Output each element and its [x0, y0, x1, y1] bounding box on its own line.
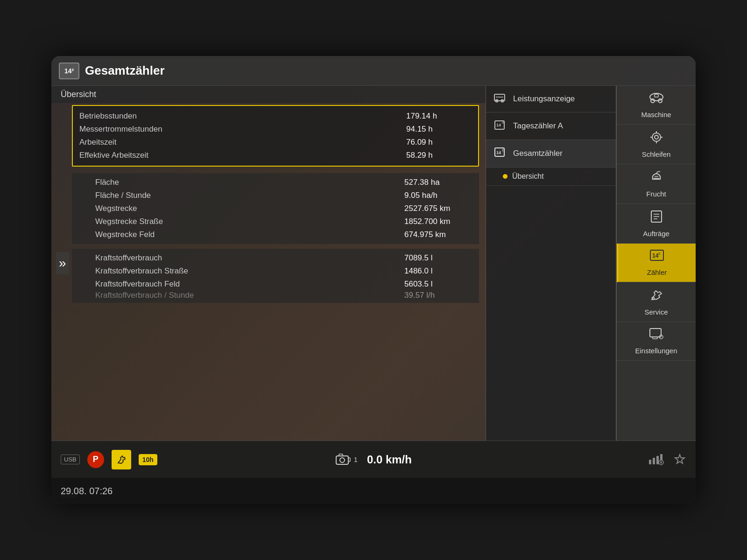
main-layout: Übersicht » Betriebsstunden 179.14 h Mes… [51, 86, 696, 441]
value-kraftstoff-feld: 5603.5 l [404, 280, 470, 289]
label-arbeitszeit: Arbeitszeit [79, 138, 116, 147]
value-arbeitszeit: 76.09 h [406, 138, 472, 147]
section-flache: Fläche 527.38 ha Fläche / Stunde 9.05 ha… [72, 173, 479, 244]
tool-indicator [112, 450, 131, 469]
screen-container: 14² Gesamtzähler Übersicht » Betriebsstu… [51, 56, 696, 504]
label-betriebsstunden: Betriebsstunden [79, 112, 137, 121]
sidebar-item-zahler[interactable]: 14 Σ Zähler [617, 244, 696, 282]
maschine-icon [648, 91, 665, 108]
zahler-icon: 14 Σ [649, 249, 664, 266]
sidebar-item-frucht[interactable]: Frucht [617, 164, 696, 204]
table-row: Fläche 527.38 ha [95, 176, 470, 189]
gesamtzahler-label: Gesamtzähler [513, 149, 563, 158]
value-wegstrecke-strasse: 1852.700 km [404, 217, 470, 226]
svg-point-29 [652, 297, 654, 300]
time-label: 10h [142, 456, 154, 463]
usb-badge: USB [61, 455, 80, 464]
sidebar-item-service[interactable]: Service [617, 282, 696, 322]
middle-sub-ubersicht[interactable]: Übersicht [486, 168, 616, 186]
value-flache-stunde: 9.05 ha/h [404, 191, 470, 200]
active-indicator [503, 174, 507, 179]
table-row: Fläche / Stunde 9.05 ha/h [95, 189, 470, 202]
svg-rect-36 [348, 458, 350, 462]
frucht-label: Frucht [646, 190, 666, 198]
sidebar-item-einstellungen[interactable]: Einstellungen [617, 322, 696, 361]
svg-point-35 [340, 458, 345, 462]
svg-text:Σ: Σ [502, 148, 504, 152]
header-bar: 14² Gesamtzähler [51, 56, 696, 86]
svg-text:14: 14 [496, 150, 501, 155]
gesamtzahler-icon: 14 Σ [493, 147, 507, 161]
status-right [478, 453, 686, 466]
camera-counter: 1 [354, 456, 358, 463]
auftrage-icon [650, 210, 663, 227]
right-sidebar: Maschine Schleifen [616, 86, 696, 441]
status-left: USB P 10h [61, 450, 269, 469]
value-kraftstoff: 7089.5 l [404, 253, 470, 263]
table-row: Kraftstoffverbrauch / Stunde 39.57 l/h [95, 291, 470, 300]
status-bar: USB P 10h [51, 441, 696, 478]
time-indicator: 10h [139, 454, 157, 465]
maschine-label: Maschine [641, 111, 671, 119]
label-wegstrecke-strasse: Wegstrecke Straße [95, 217, 163, 226]
label-messertrommelstunden: Messertrommelstunden [79, 125, 162, 134]
value-kraftstoff-strasse: 1486.0 l [404, 266, 470, 276]
value-messertrommelstunden: 94.15 h [406, 125, 472, 134]
svg-rect-39 [653, 458, 655, 464]
table-row: Wegstrecke Straße 1852.700 km [95, 215, 470, 228]
label-kraftstoff-feld: Kraftstoffverbrauch Feld [95, 280, 180, 289]
frucht-icon [649, 170, 664, 187]
value-effektive-arbeitszeit: 58.29 h [406, 151, 472, 160]
tageszahler-label: Tageszähler A [513, 121, 563, 131]
svg-rect-31 [653, 337, 657, 339]
nav-back-button[interactable]: » [56, 252, 69, 274]
table-row: Effektive Arbeitszeit 58.29 h [79, 149, 472, 162]
table-row: Kraftstoffverbrauch 7089.5 l [95, 252, 470, 265]
camera-icon [335, 453, 351, 466]
value-wegstrecke-feld: 674.975 km [404, 230, 470, 239]
parking-label: P [93, 455, 99, 464]
page-title: Gesamtzähler [85, 63, 688, 78]
section-kraftstoff: Kraftstoffverbrauch 7089.5 l Kraftstoffv… [72, 249, 479, 303]
label-wegstrecke: Wegstrecke [95, 204, 137, 213]
tageszahler-icon: 14 A [493, 119, 507, 133]
screen-content: 14² Gesamtzähler Übersicht » Betriebsstu… [51, 56, 696, 504]
label-flache-stunde: Fläche / Stunde [95, 191, 151, 200]
table-row: Wegstrecke Feld 674.975 km [95, 228, 470, 241]
left-panel: Übersicht » Betriebsstunden 179.14 h Mes… [51, 86, 486, 441]
schleifen-icon [649, 130, 664, 147]
label-wegstrecke-feld: Wegstrecke Feld [95, 230, 155, 239]
bottom-bar: 29.08. 07:26 [51, 478, 696, 504]
zahler-label: Zähler [647, 268, 667, 276]
auftrage-label: Aufträge [643, 230, 669, 238]
label-kraftstoff-strasse: Kraftstoffverbrauch Straße [95, 266, 188, 276]
usb-label: USB [64, 456, 77, 463]
header-icon: 14² [59, 63, 79, 79]
svg-text:14: 14 [652, 252, 659, 259]
svg-rect-40 [656, 456, 659, 464]
table-row: Kraftstoffverbrauch Feld 5603.5 l [95, 278, 470, 291]
parking-indicator: P [87, 451, 104, 468]
table-row: Arbeitszeit 76.09 h [79, 136, 472, 149]
star-icon [673, 453, 686, 466]
sidebar-item-schleifen[interactable]: Schleifen [617, 125, 696, 164]
sidebar-item-maschine[interactable]: Maschine [617, 86, 696, 125]
svg-rect-37 [339, 454, 343, 456]
status-center: 1 0.0 km/h [269, 453, 478, 466]
table-row: Kraftstoffverbrauch Straße 1486.0 l [95, 265, 470, 278]
svg-text:A: A [502, 121, 504, 124]
label-kraftstoff-stunde: Kraftstoffverbrauch / Stunde [95, 291, 194, 300]
label-flache: Fläche [95, 178, 119, 187]
sidebar-item-auftrage[interactable]: Aufträge [617, 204, 696, 244]
svg-rect-13 [655, 94, 658, 97]
table-row: Betriebsstunden 179.14 h [79, 110, 472, 123]
middle-item-leistungsanzeige[interactable]: Leistungsanzeige [486, 86, 616, 112]
table-row: Wegstrecke 2527.675 km [95, 202, 470, 215]
middle-item-gesamtzahler[interactable]: 14 Σ Gesamtzähler [486, 140, 616, 168]
value-wegstrecke: 2527.675 km [404, 204, 470, 213]
service-label: Service [644, 308, 668, 316]
label-kraftstoff: Kraftstoffverbrauch [95, 253, 162, 263]
svg-point-15 [655, 135, 658, 139]
ubersicht-sub-label: Übersicht [512, 172, 544, 181]
middle-item-tageszahler[interactable]: 14 A Tageszähler A [486, 112, 616, 140]
